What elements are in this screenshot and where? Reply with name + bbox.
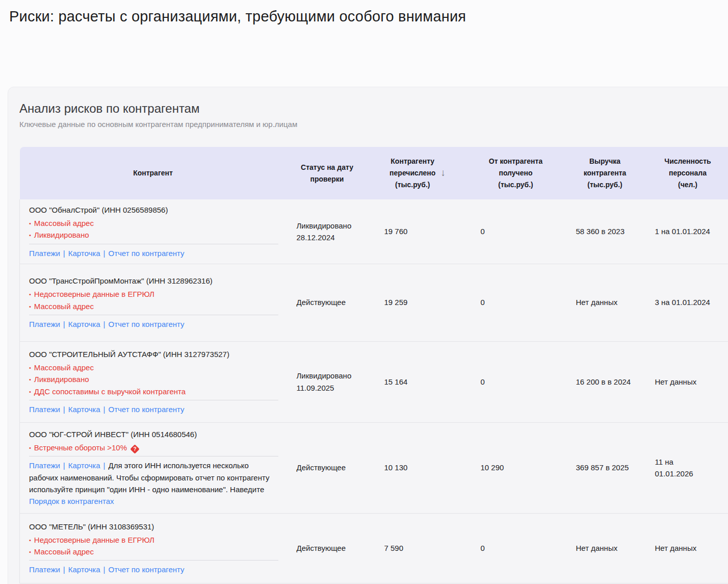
revenue-value: 58 360 в 2023 — [576, 225, 645, 237]
flag-bullet: • — [29, 389, 31, 395]
risk-flag-label: Массовый адрес — [34, 547, 94, 556]
risk-flag: •Массовый адрес — [29, 362, 278, 373]
card-link[interactable]: Карточка — [68, 405, 100, 414]
risk-flag-label: Массовый адрес — [34, 302, 94, 311]
risk-flag-label: Недостоверные данные в ЕГРЮЛ — [34, 536, 154, 544]
table-row: ООО "СТРОИТЕЛЬНЫЙ АУТСТАФФ" (ИНН 3127973… — [20, 341, 728, 422]
status-value: Ликвидировано 28.12.2024 — [297, 220, 368, 244]
sort-desc-icon[interactable]: ↓ — [440, 167, 446, 179]
payments-link[interactable]: Платежи — [29, 461, 60, 470]
payments-link[interactable]: Платежи — [29, 565, 60, 574]
counterparty-table: Контрагент Статус на дату проверки Контр… — [19, 147, 728, 583]
status-value: Действующее — [297, 542, 368, 554]
col-header-label: Контрагенту перечислено (тыс.руб.) — [389, 156, 435, 190]
counterparty-name: ООО "МЕТЕЛЬ" (ИНН 3108369531) — [29, 521, 278, 532]
divider — [29, 315, 278, 315]
divider — [29, 400, 278, 400]
card-link[interactable]: Карточка — [68, 565, 100, 574]
risk-flag: •Ликвидировано — [29, 229, 278, 241]
link-separator: | — [103, 249, 106, 258]
row-links: Платежи|Карточка|Отчет по контрагенту — [29, 403, 278, 415]
flag-bullet: • — [29, 220, 31, 226]
risk-flag-label: ДДС сопоставимы с выручкой контрагента — [34, 387, 186, 396]
risk-flag: •Массовый адрес — [29, 546, 278, 557]
col-header-transferred[interactable]: Контрагенту перечислено (тыс.руб.)↓ — [368, 147, 467, 199]
received-value: 0 — [481, 542, 564, 554]
report-link[interactable]: Отчет по контрагенту — [109, 320, 185, 328]
link-separator: | — [63, 565, 65, 574]
flag-bullet: • — [29, 376, 31, 383]
link-separator: | — [63, 405, 65, 414]
link-separator: | — [63, 320, 65, 328]
card-link[interactable]: Карточка — [68, 249, 100, 258]
col-header-revenue: Выручка контрагента (тыс.руб.) — [564, 147, 646, 199]
transferred-value: 10 130 — [384, 462, 467, 473]
order-in-counterparties-link[interactable]: Порядок в контрагентах — [29, 497, 114, 505]
staff-value: Нет данных — [655, 376, 728, 388]
risk-flag-label: Массовый адрес — [34, 219, 94, 227]
transferred-value: 19 760 — [384, 225, 467, 237]
col-header-label: Контрагент — [133, 167, 173, 179]
received-value: 0 — [481, 376, 564, 388]
table-row: ООО "МЕТЕЛЬ" (ИНН 3108369531) •Недостове… — [20, 513, 728, 583]
risk-flag: •Массовый адрес — [29, 300, 278, 312]
row-links: Платежи|Карточка|Отчет по контрагенту — [29, 247, 278, 259]
row-links: Платежи|Карточка|Отчет по контрагенту — [29, 318, 278, 330]
table-row: ООО "ТрансСтройПромМонтаж" (ИНН 31289623… — [20, 264, 728, 341]
flag-bullet: • — [29, 303, 31, 310]
question-mark-glyph: ? — [132, 446, 138, 452]
transferred-value: 19 259 — [384, 296, 467, 308]
flag-bullet: • — [29, 537, 31, 543]
status-value: Ликвидировано 11.09.2025 — [297, 370, 368, 394]
table-header-row: Контрагент Статус на дату проверки Контр… — [20, 147, 728, 199]
payments-link[interactable]: Платежи — [29, 405, 60, 414]
link-separator: | — [103, 461, 106, 470]
counterparty-name: ООО "ЮГ-СТРОЙ ИНВЕСТ" (ИНН 0514680546) — [29, 428, 278, 440]
table-row: ООО "ЮГ-СТРОЙ ИНВЕСТ" (ИНН 0514680546) •… — [20, 422, 728, 513]
flag-bullet: • — [29, 291, 31, 297]
payments-link[interactable]: Платежи — [29, 320, 60, 328]
revenue-value: 369 857 в 2025 — [576, 462, 645, 473]
staff-value: Нет данных — [655, 542, 728, 554]
flag-bullet: • — [29, 232, 31, 238]
staff-value: 3 на 01.01.2024 — [655, 296, 728, 308]
flag-bullet: • — [29, 549, 31, 555]
revenue-value: Нет данных — [576, 296, 645, 308]
risk-flag: •Массовый адрес — [29, 217, 278, 229]
card-link[interactable]: Карточка — [68, 461, 100, 470]
risk-flag: •Встречные обороты >10%? — [29, 442, 278, 453]
row-links-note: Платежи|Карточка|Для этого ИНН используе… — [29, 460, 278, 507]
page-title: Риски: расчеты с организациями, требующи… — [9, 8, 728, 25]
link-separator: | — [63, 461, 65, 470]
staff-value: 11 на 01.01.2026 — [655, 456, 728, 480]
report-link[interactable]: Отчет по контрагенту — [109, 249, 185, 258]
link-separator: | — [63, 249, 65, 258]
col-header-label: Выручка контрагента (тыс.руб.) — [584, 156, 627, 190]
table-row: ООО "ОбналСтрой" (ИНН 0256589856) •Массо… — [20, 199, 728, 264]
card-link[interactable]: Карточка — [68, 320, 100, 328]
report-link[interactable]: Отчет по контрагенту — [109, 405, 185, 414]
received-value: 0 — [481, 296, 564, 308]
divider — [29, 244, 278, 244]
risk-flag: •Ликвидировано — [29, 373, 278, 385]
risk-flag-label: Недостоверные данные в ЕГРЮЛ — [34, 290, 154, 298]
received-value: 10 290 — [481, 462, 564, 473]
status-value: Действующее — [297, 296, 368, 308]
transferred-value: 15 164 — [384, 376, 467, 388]
revenue-value: 16 200 в в 2024 — [576, 376, 645, 388]
risk-flag: •ДДС сопоставимы с выручкой контрагента — [29, 386, 278, 397]
risk-analysis-panel: Анализ рисков по контрагентам Ключевые д… — [8, 87, 728, 584]
flag-bullet: • — [29, 365, 31, 371]
report-link[interactable]: Отчет по контрагенту — [109, 565, 185, 574]
risk-flag-label: Ликвидировано — [34, 375, 89, 384]
risk-flag-label: Встречные обороты >10% — [34, 443, 127, 452]
col-header-label: Численность персонала (чел.) — [664, 156, 711, 190]
payments-link[interactable]: Платежи — [29, 249, 60, 258]
question-diamond-icon[interactable]: ? — [130, 444, 139, 453]
counterparty-name: ООО "ОбналСтрой" (ИНН 0256589856) — [29, 204, 278, 216]
link-separator: | — [103, 320, 106, 328]
risk-flag-label: Массовый адрес — [34, 363, 94, 372]
risk-flag: •Недостоверные данные в ЕГРЮЛ — [29, 288, 278, 300]
link-separator: | — [103, 565, 106, 574]
row-links: Платежи|Карточка|Отчет по контрагенту — [29, 564, 278, 575]
